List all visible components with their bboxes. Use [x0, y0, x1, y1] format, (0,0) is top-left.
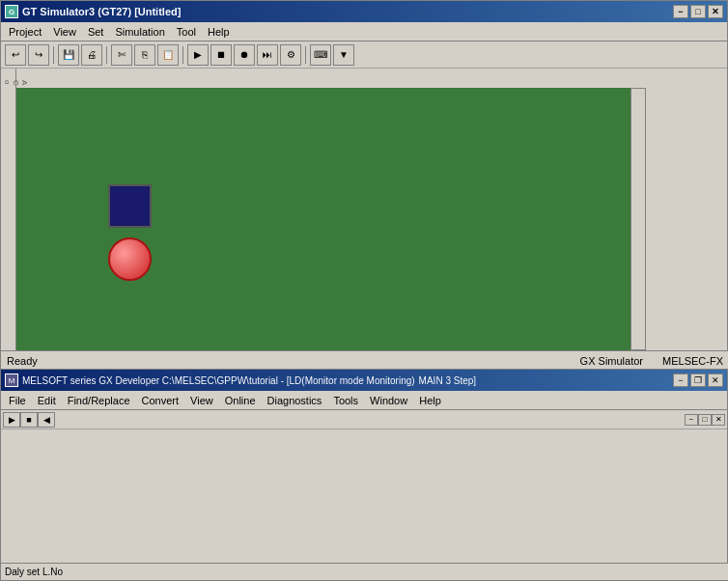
gt-left-panel: ACo	[1, 69, 16, 360]
gx-menu-findreplace[interactable]: Find/Replace	[62, 393, 136, 408]
toolbar-separator-1	[53, 46, 54, 64]
left-panel-labels: ACo	[3, 80, 29, 86]
gx-inner-close[interactable]: ✕	[712, 414, 725, 426]
gx-close-button[interactable]: ✕	[708, 374, 723, 387]
toolbar-separator-2	[106, 46, 107, 64]
gx-titlebar-left: M MELSOFT series GX Developer C:\MELSEC\…	[5, 374, 476, 387]
gx-toolbar: ▶ ■ ◀ − □ ✕	[1, 410, 727, 429]
toolbar-btn-10[interactable]: ⌨	[310, 44, 331, 66]
toolbar-btn-cut[interactable]: ✄	[111, 44, 132, 66]
gx-menubar: File Edit Find/Replace Convert View Onli…	[1, 391, 727, 410]
toolbar-btn-open[interactable]: ↪	[28, 44, 49, 66]
gt-titlebar-left: G GT Simulator3 (GT27) [Untitled]	[5, 5, 181, 18]
gx-menu-convert[interactable]: Convert	[136, 393, 185, 408]
toolbar-separator-3	[182, 46, 183, 64]
gx-status-text: Daly set L.No	[5, 567, 63, 577]
gt-toolbar: ↩ ↪ 💾 🖨 ✄ ⎘ 📋 ▶ ⏹ ⏺ ⏭ ⚙ ⌨ ▼	[1, 42, 727, 69]
gx-menu-window[interactable]: Window	[364, 393, 413, 408]
gx-toolbar-btn-2[interactable]: ■	[20, 412, 38, 428]
gx-toolbar-btn-3[interactable]: ◀	[38, 412, 55, 428]
gx-titlebar: M MELSOFT series GX Developer C:\MELSEC\…	[1, 370, 727, 391]
toolbar-btn-9[interactable]: ⚙	[280, 44, 301, 66]
menu-tool[interactable]: Tool	[171, 24, 202, 40]
menu-help[interactable]: Help	[202, 24, 236, 40]
toolbar-btn-6[interactable]: ⏹	[210, 44, 232, 66]
gx-title: MELSOFT series GX Developer C:\MELSEC\GP…	[22, 375, 415, 386]
gx-app-icon: M	[5, 374, 18, 387]
menu-set[interactable]: Set	[82, 24, 110, 40]
gx-menu-edit[interactable]: Edit	[32, 393, 62, 408]
gx-menu-tools[interactable]: Tools	[327, 393, 364, 408]
toolbar-separator-4	[305, 46, 306, 64]
gt-titlebar: G GT Simulator3 (GT27) [Untitled] − □ ✕	[1, 1, 727, 22]
gt-titlebar-buttons: − □ ✕	[673, 5, 723, 18]
gt-maximize-button[interactable]: □	[690, 5, 706, 18]
menu-view[interactable]: View	[47, 24, 82, 40]
gx-inner-minimize[interactable]: −	[685, 414, 698, 426]
gt-menubar: Project View Set Simulation Tool Help	[1, 22, 727, 42]
toolbar-btn-5[interactable]: ▶	[187, 44, 209, 66]
gx-menu-view[interactable]: View	[184, 393, 219, 408]
gx-statusbar: Daly set L.No	[1, 563, 728, 580]
gt-minimize-button[interactable]: −	[673, 5, 688, 18]
gt-canvas-scrollbar[interactable]	[630, 88, 646, 350]
toolbar-btn-copy[interactable]: ⎘	[134, 44, 155, 66]
toolbar-btn-7[interactable]: ⏺	[234, 44, 255, 66]
gt-title: GT Simulator3 (GT27) [Untitled]	[22, 6, 181, 17]
gx-menu-online[interactable]: Online	[219, 393, 262, 408]
statusbar-device: MELSEC-FX	[662, 355, 723, 367]
toolbar-btn-new[interactable]: ↩	[5, 44, 26, 66]
toolbar-btn-print[interactable]: 🖨	[81, 44, 102, 66]
gt-canvas	[16, 88, 630, 350]
toolbar-btn-expand[interactable]: ▼	[333, 44, 354, 66]
statusbar-simulator: GX Simulator	[580, 355, 643, 367]
gx-menu-file[interactable]: File	[3, 393, 32, 408]
gx-menu-help[interactable]: Help	[413, 393, 447, 408]
toolbar-btn-paste[interactable]: 📋	[157, 44, 179, 66]
hmi-circle-element[interactable]	[108, 237, 152, 281]
statusbar-ready: Ready	[7, 355, 38, 367]
toolbar-btn-8[interactable]: ⏭	[257, 44, 278, 66]
gt-simulator-window: G GT Simulator3 (GT27) [Untitled] − □ ✕ …	[0, 0, 728, 369]
gt-close-button[interactable]: ✕	[708, 5, 723, 18]
gx-toolbar-btn-1[interactable]: ▶	[3, 412, 20, 428]
menu-project[interactable]: Project	[3, 24, 47, 40]
gt-statusbar: Ready GX Simulator MELSEC-FX	[1, 350, 728, 370]
menu-simulation[interactable]: Simulation	[109, 24, 170, 40]
hmi-square-element[interactable]	[108, 184, 152, 228]
gx-minimize-button[interactable]: −	[673, 374, 688, 387]
gx-developer-window: M MELSOFT series GX Developer C:\MELSEC\…	[0, 369, 728, 581]
gx-restore-button[interactable]: ❐	[690, 374, 706, 387]
gx-menu-diagnostics[interactable]: Diagnostics	[262, 393, 328, 408]
gx-title-right: MAIN 3 Step]	[419, 375, 476, 386]
gt-app-icon: G	[5, 5, 18, 18]
toolbar-btn-save[interactable]: 💾	[58, 44, 79, 66]
gx-titlebar-buttons: − ❐ ✕	[673, 374, 723, 387]
gx-inner-restore[interactable]: □	[698, 414, 712, 426]
